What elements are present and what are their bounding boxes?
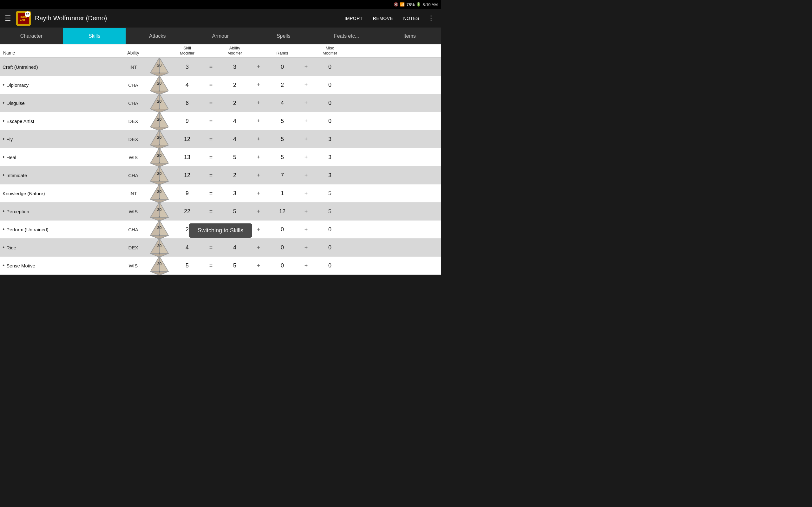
skill-name: •Perform (Untrained) xyxy=(0,226,117,233)
skill-ranks-value: 0 xyxy=(265,262,300,269)
table-row[interactable]: •Disguise CHA 20 8 6 = 2 + 4 + 0 xyxy=(0,94,441,112)
skill-ability: DEX xyxy=(117,118,149,124)
skill-plus1: + xyxy=(252,100,265,107)
table-row[interactable]: •Ride DEX 20 8 4 = 4 + 0 + 0 xyxy=(0,239,441,257)
skill-dice[interactable]: 20 8 xyxy=(149,237,170,258)
trained-dot: • xyxy=(3,262,4,269)
table-row[interactable]: •Heal WIS 20 8 13 = 5 + 5 + 3 xyxy=(0,148,441,166)
svg-text:8: 8 xyxy=(159,125,160,128)
skill-ability: WIS xyxy=(117,209,149,214)
skill-ability-modifier-value: 2 xyxy=(217,100,252,107)
tab-feats[interactable]: Feats etc... xyxy=(315,28,378,44)
table-row[interactable]: •Intimidate CHA 20 8 12 = 2 + 7 + 3 xyxy=(0,166,441,184)
remove-button[interactable]: REMOVE xyxy=(368,13,398,23)
skill-ability: DEX xyxy=(117,136,149,142)
skill-name: •Sense Motive xyxy=(0,262,117,269)
trained-dot: • xyxy=(3,226,4,233)
svg-text:20: 20 xyxy=(157,262,161,266)
svg-text:8: 8 xyxy=(159,71,160,74)
skill-dice[interactable]: 20 8 xyxy=(149,129,170,150)
skill-plus2: + xyxy=(300,82,312,89)
skill-dice[interactable]: 20 8 xyxy=(149,256,170,275)
skill-ability: CHA xyxy=(117,101,149,106)
skill-misc-modifier-value: 0 xyxy=(312,226,347,233)
skill-dice[interactable]: 20 8 xyxy=(149,219,170,240)
skill-ability-modifier-value: 3 xyxy=(217,64,252,70)
skill-ability-modifier-value: 4 xyxy=(217,136,252,143)
tab-items[interactable]: Items xyxy=(378,28,441,44)
svg-text:20: 20 xyxy=(157,81,161,86)
tab-character[interactable]: Character xyxy=(0,28,63,44)
skill-plus2: + xyxy=(300,100,312,107)
trained-dot: • xyxy=(3,172,4,179)
table-row[interactable]: Craft (Untrained) INT 20 8 3 = 3 + 0 + 0 xyxy=(0,58,441,76)
skill-equals: = xyxy=(205,100,217,107)
svg-text:20: 20 xyxy=(157,243,161,248)
tab-attacks[interactable]: Attacks xyxy=(126,28,189,44)
skill-ability: CHA xyxy=(117,173,149,178)
skill-ability: CHA xyxy=(117,227,149,232)
skill-name: •Diplomacy xyxy=(0,82,117,89)
skill-plus1: + xyxy=(252,172,265,179)
trained-dot: • xyxy=(3,154,4,161)
status-bar: 🔇 📶 78% 🔋 8:10 AM xyxy=(0,0,441,9)
logo-badge: 20 xyxy=(25,11,31,17)
skill-dice[interactable]: 20 8 xyxy=(149,111,170,131)
switching-toast: Switching to Skills xyxy=(189,223,252,238)
skill-plus1: + xyxy=(252,244,265,251)
skill-equals: = xyxy=(205,244,217,251)
skill-ability-modifier-value: 3 xyxy=(217,190,252,197)
skill-plus1: + xyxy=(252,136,265,143)
table-row[interactable]: •Perception WIS 20 8 22 = 5 + 12 + 5 xyxy=(0,203,441,221)
skill-dice[interactable]: 20 8 xyxy=(149,93,170,113)
header-misc-modifier: MiscModifier xyxy=(312,46,347,55)
app-bar-actions: IMPORT REMOVE NOTES ⋮ xyxy=(339,12,438,25)
toast-text: Switching to Skills xyxy=(198,227,243,233)
skill-name: •Escape Artist xyxy=(0,118,117,124)
skill-plus1: + xyxy=(252,118,265,124)
skill-misc-modifier-value: 3 xyxy=(312,172,347,179)
skill-dice[interactable]: 20 8 xyxy=(149,183,170,204)
table-row[interactable]: •Diplomacy CHA 20 8 4 = 2 + 2 + 0 xyxy=(0,76,441,94)
skill-modifier-value: 3 xyxy=(170,64,205,70)
skill-misc-modifier-value: 3 xyxy=(312,136,347,143)
skill-dice[interactable]: 20 8 xyxy=(149,75,170,95)
wifi-icon: 📶 xyxy=(400,2,405,7)
skill-modifier-value: 5 xyxy=(170,262,205,269)
notes-button[interactable]: NOTES xyxy=(398,13,424,23)
trained-dot: • xyxy=(3,100,4,107)
skill-dice[interactable]: 20 8 xyxy=(149,58,170,77)
time-text: 8:10 AM xyxy=(422,2,438,7)
skill-dice[interactable]: 20 8 xyxy=(149,147,170,168)
svg-text:8: 8 xyxy=(159,233,160,237)
skill-plus2: + xyxy=(300,226,312,233)
skill-ranks-value: 0 xyxy=(265,226,300,233)
tab-spells[interactable]: Spells xyxy=(252,28,315,44)
svg-text:8: 8 xyxy=(159,143,160,147)
tab-armour[interactable]: Armour xyxy=(189,28,252,44)
skill-ranks-value: 2 xyxy=(265,82,300,89)
svg-text:20: 20 xyxy=(157,63,161,67)
table-row[interactable]: •Escape Artist DEX 20 8 9 = 4 + 5 + 0 xyxy=(0,112,441,130)
skill-ability-modifier-value: 5 xyxy=(217,208,252,215)
skill-dice[interactable]: 20 8 xyxy=(149,201,170,222)
more-options-button[interactable]: ⋮ xyxy=(424,12,438,25)
hamburger-button[interactable]: ☰ xyxy=(3,13,13,24)
skill-ability: WIS xyxy=(117,155,149,160)
tab-skills[interactable]: Skills xyxy=(63,28,126,44)
skill-plus1: + xyxy=(252,208,265,215)
skill-ability-modifier-value: 4 xyxy=(217,118,252,124)
skill-equals: = xyxy=(205,136,217,143)
import-button[interactable]: IMPORT xyxy=(339,13,368,23)
table-row[interactable]: •Sense Motive WIS 20 8 5 = 5 + 0 + 0 xyxy=(0,257,441,275)
skill-name: Knowledge (Nature) xyxy=(0,191,117,196)
skill-modifier-value: 12 xyxy=(170,172,205,179)
svg-text:8: 8 xyxy=(159,251,160,255)
skill-modifier-value: 6 xyxy=(170,100,205,107)
tab-bar: Character Skills Attacks Armour Spells F… xyxy=(0,28,441,44)
skill-dice[interactable]: 20 8 xyxy=(149,165,170,186)
table-row[interactable]: Knowledge (Nature) INT 20 8 9 = 3 + 1 + … xyxy=(0,184,441,203)
app-bar: ☰ HEROLAB 20 Rayth Wolfrunner (Demo) IMP… xyxy=(0,9,441,28)
table-row[interactable]: •Fly DEX 20 8 12 = 4 + 5 + 3 xyxy=(0,130,441,148)
skill-misc-modifier-value: 5 xyxy=(312,208,347,215)
